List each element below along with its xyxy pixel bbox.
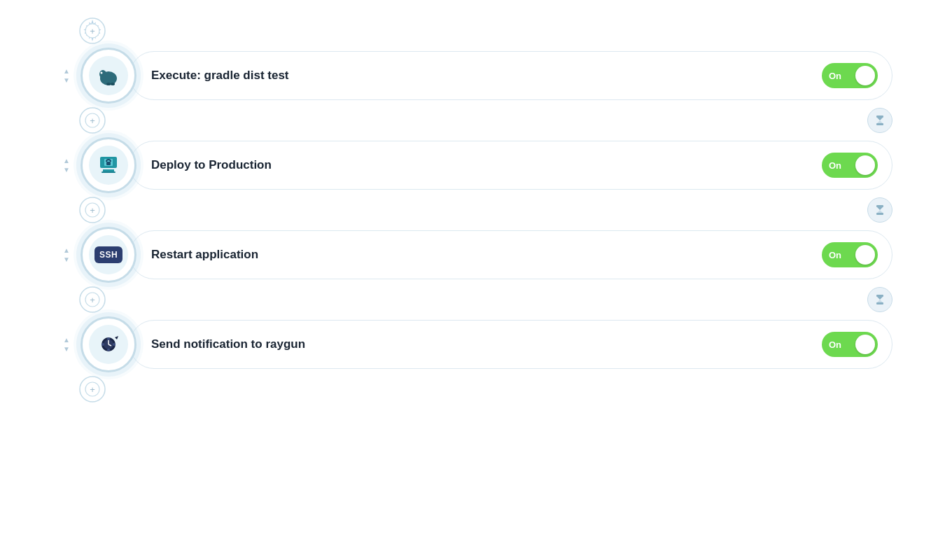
svg-rect-23 xyxy=(876,213,883,215)
step-row-1: ▲ ▼ Execute: gradle dist test On xyxy=(52,48,892,104)
svg-rect-22 xyxy=(876,205,883,207)
reorder-up-icon-2[interactable]: ▲ xyxy=(61,157,72,164)
svg-rect-16 xyxy=(102,172,115,173)
step-icon-wrap-2 xyxy=(80,137,136,193)
elephant-icon xyxy=(96,63,121,88)
reorder-handle-2[interactable]: ▲ ▼ xyxy=(52,141,80,190)
svg-point-5 xyxy=(101,75,104,82)
hourglass-icon-2-3 xyxy=(874,204,886,216)
step-icon-wrap-1 xyxy=(80,48,136,104)
step-label-3: Restart application xyxy=(151,248,822,262)
svg-text:+: + xyxy=(90,384,95,395)
add-step-bottom-button[interactable]: + xyxy=(77,374,108,405)
reorder-handle-1[interactable]: ▲ ▼ xyxy=(52,51,80,100)
pipeline-container: + ▲ ▼ Execute: gradle dist xyxy=(52,14,892,406)
svg-text:+: + xyxy=(90,295,95,305)
step-card-1[interactable]: Execute: gradle dist test On xyxy=(130,51,892,100)
svg-point-33 xyxy=(102,343,104,346)
svg-point-8 xyxy=(111,83,115,85)
between-row-3-4: + xyxy=(52,283,892,316)
svg-point-6 xyxy=(101,72,103,74)
add-step-bottom-container: + xyxy=(52,372,892,406)
toggle-3[interactable]: On xyxy=(822,242,878,267)
step-row-2: ▲ ▼ Deploy to Production On xyxy=(52,137,892,193)
step-card-2[interactable]: Deploy to Production On xyxy=(130,141,892,190)
raygun-icon xyxy=(96,332,121,357)
step-label-4: Send notification to raygun xyxy=(151,337,822,351)
deploy-icon xyxy=(96,153,121,178)
toggle-2[interactable]: On xyxy=(822,153,878,178)
reorder-down-icon-2[interactable]: ▼ xyxy=(61,166,72,174)
step-icon-inner-2 xyxy=(89,146,128,185)
step-icon-inner-3: SSH xyxy=(89,235,128,274)
toggle-knob-3 xyxy=(855,245,875,265)
timer-icon-3-4[interactable] xyxy=(867,287,892,312)
hourglass-icon-1-2 xyxy=(874,114,886,127)
add-step-between-3-4: + xyxy=(52,283,867,316)
toggle-knob-4 xyxy=(855,335,875,354)
toggle-knob-1 xyxy=(855,66,875,85)
reorder-handle-4[interactable]: ▲ ▼ xyxy=(52,320,80,369)
svg-point-7 xyxy=(106,83,111,85)
step-card-4[interactable]: Send notification to raygun On xyxy=(130,320,892,369)
svg-text:+: + xyxy=(90,115,95,126)
svg-rect-13 xyxy=(876,123,883,125)
add-step-button-3-4[interactable]: + xyxy=(77,284,108,315)
step-card-3[interactable]: Restart application On xyxy=(130,230,892,279)
toggle-label-4: On xyxy=(829,340,841,350)
svg-rect-15 xyxy=(103,169,114,172)
step-label-1: Execute: gradle dist test xyxy=(151,69,822,83)
between-row-1-2: + xyxy=(52,104,892,137)
step-icon-inner-1 xyxy=(89,56,128,95)
svg-rect-12 xyxy=(876,115,883,118)
add-step-top-button[interactable]: + xyxy=(77,15,108,46)
between-row-2-3: + xyxy=(52,193,892,227)
toggle-4[interactable]: On xyxy=(822,332,878,357)
step-row-3: ▲ ▼ SSH Restart application On xyxy=(52,227,892,283)
toggle-label-2: On xyxy=(829,160,841,171)
reorder-up-icon-4[interactable]: ▲ xyxy=(61,336,72,344)
svg-rect-18 xyxy=(106,162,111,165)
svg-point-35 xyxy=(107,337,110,340)
svg-point-36 xyxy=(107,349,110,351)
add-step-button-2-3[interactable]: + xyxy=(77,195,108,225)
reorder-handle-3[interactable]: ▲ ▼ xyxy=(52,230,80,279)
add-step-button-1-2[interactable]: + xyxy=(77,105,108,136)
toggle-label-3: On xyxy=(829,250,841,260)
timer-icon-2-3[interactable] xyxy=(867,197,892,223)
reorder-down-icon-4[interactable]: ▼ xyxy=(61,345,72,353)
hourglass-icon-3-4 xyxy=(874,293,886,306)
svg-rect-27 xyxy=(876,295,883,297)
reorder-up-icon-3[interactable]: ▲ xyxy=(61,246,72,254)
step-label-2: Deploy to Production xyxy=(151,158,822,172)
step-icon-wrap-4 xyxy=(80,316,136,372)
svg-point-34 xyxy=(113,343,115,346)
toggle-label-1: On xyxy=(829,71,841,81)
reorder-down-icon-1[interactable]: ▼ xyxy=(61,76,72,84)
step-icon-wrap-3: SSH xyxy=(80,227,136,283)
reorder-up-icon-1[interactable]: ▲ xyxy=(61,67,72,75)
ssh-badge: SSH xyxy=(94,246,122,263)
add-step-top-container: + xyxy=(52,14,892,48)
step-row-4: ▲ ▼ xyxy=(52,316,892,372)
reorder-down-icon-3[interactable]: ▼ xyxy=(61,255,72,263)
step-icon-inner-4 xyxy=(89,325,128,364)
toggle-1[interactable]: On xyxy=(822,63,878,88)
svg-text:+: + xyxy=(90,26,95,36)
add-step-between-1-2: + xyxy=(52,104,867,137)
svg-rect-28 xyxy=(876,302,883,304)
svg-text:+: + xyxy=(90,205,95,216)
toggle-knob-2 xyxy=(855,155,875,175)
add-step-between-2-3: + xyxy=(52,193,867,227)
timer-icon-1-2[interactable] xyxy=(867,108,892,133)
